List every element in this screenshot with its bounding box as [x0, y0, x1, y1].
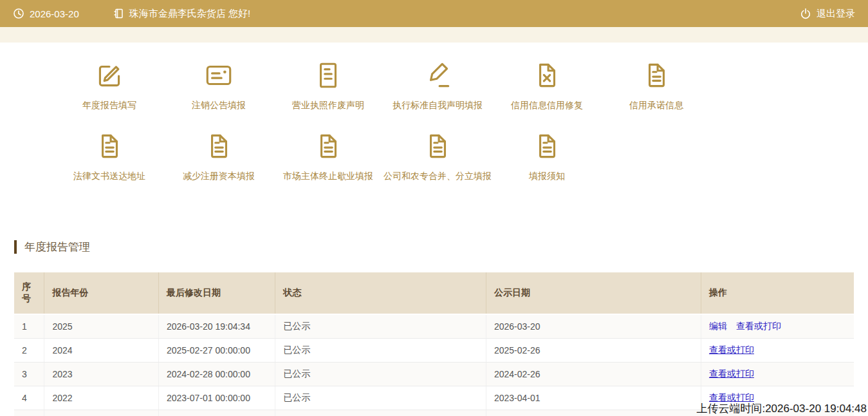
cell-no: 2 [14, 338, 44, 362]
quick-actions-row-2: 法律文书送达地址 减少注册资本填报 市场主体终止歇业填报 公司和农专合并、分立填… [55, 130, 868, 201]
col-status: 状态 [275, 272, 486, 314]
cell-year: 2024 [44, 338, 158, 362]
cell-published: 2024-02-26 [486, 362, 701, 386]
action-reduce-registered-capital[interactable]: 减少注册资本填报 [164, 130, 273, 182]
header-divider-strip [0, 27, 868, 43]
action-label: 执行标准自我声明填报 [392, 100, 483, 111]
action-label: 法律文书送达地址 [73, 171, 145, 182]
edit-link[interactable]: 编辑 [709, 321, 727, 331]
document-fold-icon [531, 130, 563, 162]
clock-icon [13, 8, 24, 19]
cell-status: 已公示 [275, 386, 486, 410]
table-header: 序号 报告年份 最后修改日期 状态 公示日期 操作 [14, 272, 854, 314]
cell-year: 2025 [44, 314, 158, 339]
document-fold-icon [640, 59, 672, 91]
power-icon [800, 8, 811, 19]
document-fold-icon [93, 130, 125, 162]
quick-actions-row-1: 年度报告填写 注销公告填报 营业执照作废声明 执行标准自我声明填报 信用信息信用… [55, 59, 868, 130]
quick-actions: 年度报告填写 注销公告填报 营业执照作废声明 执行标准自我声明填报 信用信息信用… [0, 43, 868, 201]
upload-time-overlay: 上传云端时间:2026-03-20 19:04:48 [696, 401, 867, 416]
pencil-icon [421, 59, 454, 91]
cell-modified: 2026-03-20 19:04:34 [158, 314, 275, 339]
current-date: 2026-03-20 [13, 8, 79, 19]
cell-no: 3 [14, 362, 44, 386]
action-merger-division[interactable]: 公司和农专合并、分立填报 [383, 130, 492, 182]
action-label: 注销公告填报 [192, 100, 246, 111]
action-label: 市场主体终止歇业填报 [283, 171, 373, 182]
action-legal-document-address[interactable]: 法律文书送达地址 [55, 130, 164, 182]
document-x-icon [531, 59, 563, 91]
cell-status: 已公示 [275, 362, 486, 386]
document-fold-icon [203, 130, 235, 162]
section-header: 年度报告管理 [14, 240, 868, 254]
section-title: 年度报告管理 [24, 240, 90, 254]
welcome-message: 珠海市金鼎李氏杂货店 您好! [113, 8, 250, 20]
action-annual-report-fill[interactable]: 年度报告填写 [55, 59, 164, 111]
action-filing-instructions[interactable]: 填报须知 [492, 130, 602, 182]
action-label: 公司和农专合并、分立填报 [383, 171, 492, 182]
action-cancellation-notice[interactable]: 注销公告填报 [164, 59, 273, 111]
cell-status: 已公示 [275, 338, 486, 362]
action-standard-self-declaration[interactable]: 执行标准自我声明填报 [383, 59, 492, 111]
cell-modified: 2022-11-16 00:00:00 [158, 410, 275, 416]
col-published: 公示日期 [486, 272, 701, 314]
cell-modified: 2025-02-27 00:00:00 [158, 338, 275, 362]
table-row: 1 2025 2026-03-20 19:04:34 已公示 2026-03-2… [14, 314, 854, 339]
cell-published: 2023-04-01 [486, 386, 701, 410]
cell-no: 5 [14, 410, 44, 416]
document-lines-icon [312, 59, 344, 91]
cell-no: 1 [14, 314, 44, 339]
cell-year: 2021 [44, 410, 158, 416]
edit-square-icon [93, 59, 125, 91]
document-fold-icon [312, 130, 344, 162]
cell-published: 2022-11-15 [486, 410, 701, 416]
cell-status: 已公示 [275, 410, 486, 416]
action-credit-commitment[interactable]: 信用承诺信息 [602, 59, 711, 111]
cell-operations: 查看或打印 [701, 338, 854, 362]
action-label: 营业执照作废声明 [292, 100, 364, 111]
action-label: 信用承诺信息 [629, 100, 683, 111]
cell-published: 2025-02-26 [486, 338, 701, 362]
welcome-label: 珠海市金鼎李氏杂货店 您好! [129, 8, 250, 20]
col-year: 报告年份 [44, 272, 158, 314]
view-print-link[interactable]: 查看或打印 [709, 368, 754, 379]
col-no: 序号 [14, 272, 44, 314]
table-row: 2 2024 2025-02-27 00:00:00 已公示 2025-02-2… [14, 338, 854, 362]
top-bar: 2026-03-20 珠海市金鼎李氏杂货店 您好! 退出登录 [0, 0, 868, 27]
cell-year: 2022 [44, 386, 158, 410]
cell-modified: 2024-02-28 00:00:00 [158, 362, 275, 386]
col-operations: 操作 [701, 272, 854, 314]
cell-modified: 2023-07-01 00:00:00 [158, 386, 275, 410]
cell-year: 2023 [44, 362, 158, 386]
announcement-card-icon [203, 59, 235, 91]
action-business-termination[interactable]: 市场主体终止歇业填报 [273, 130, 383, 182]
main-content: 年度报告填写 注销公告填报 营业执照作废声明 执行标准自我声明填报 信用信息信用… [0, 43, 868, 416]
cell-no: 4 [14, 386, 44, 410]
section-accent-bar [14, 240, 17, 254]
table-row: 3 2023 2024-02-28 00:00:00 已公示 2024-02-2… [14, 362, 854, 386]
action-license-void-statement[interactable]: 营业执照作废声明 [273, 59, 383, 111]
action-label: 填报须知 [529, 171, 565, 182]
document-fold-icon [421, 130, 454, 162]
action-credit-repair[interactable]: 信用信息信用修复 [492, 59, 602, 111]
logout-button[interactable]: 退出登录 [800, 8, 855, 20]
cell-operations: 查看或打印 [701, 362, 854, 386]
action-label: 年度报告填写 [82, 100, 136, 111]
action-label: 信用信息信用修复 [511, 100, 583, 111]
view-print-link[interactable]: 查看或打印 [709, 345, 754, 355]
annual-report-table: 序号 报告年份 最后修改日期 状态 公示日期 操作 1 2025 2026-03… [14, 272, 854, 416]
col-modified: 最后修改日期 [158, 272, 275, 314]
logout-label: 退出登录 [817, 8, 855, 20]
cell-published: 2026-03-20 [486, 314, 701, 339]
view-print-link[interactable]: 查看或打印 [736, 321, 781, 331]
cell-status: 已公示 [275, 314, 486, 339]
building-icon [113, 8, 124, 19]
action-label: 减少注册资本填报 [183, 171, 255, 182]
cell-operations: 编辑查看或打印 [701, 314, 854, 339]
current-date-label: 2026-03-20 [30, 8, 79, 19]
